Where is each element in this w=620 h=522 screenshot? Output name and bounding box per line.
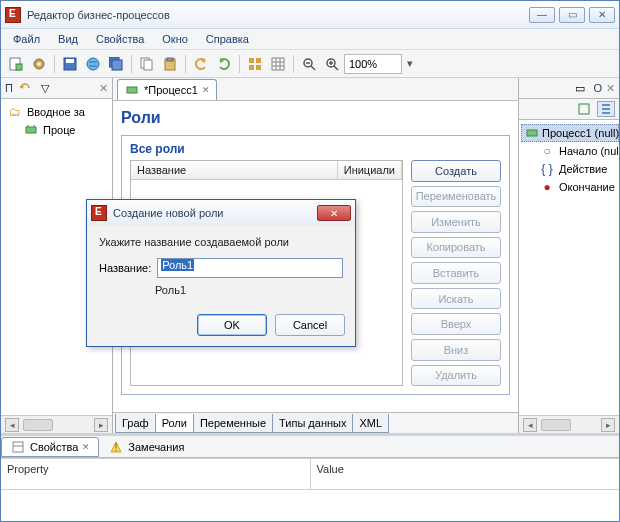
- outline-label: О: [593, 82, 602, 94]
- tab-graph[interactable]: Граф: [115, 414, 156, 433]
- panel-sync-icon[interactable]: [17, 80, 33, 96]
- outline-root-label: Процесс1 (null): [542, 127, 619, 139]
- role-name-input[interactable]: Роль1: [157, 258, 343, 278]
- outline-view1-icon[interactable]: [575, 101, 593, 117]
- menu-window[interactable]: Окно: [154, 31, 196, 47]
- tree-item-process[interactable]: Проце: [3, 121, 112, 139]
- bp-tab-close-icon[interactable]: ✕: [82, 442, 90, 452]
- scroll-thumb[interactable]: [23, 419, 53, 431]
- scroll-left-icon[interactable]: ◂: [523, 418, 537, 432]
- tab-roles[interactable]: Роли: [155, 414, 194, 433]
- h-scrollbar[interactable]: ◂ ▸: [1, 415, 112, 433]
- outline-panel: ▭ О ✕ Процесс1 (null) ○ Начало (nul { }: [519, 78, 619, 433]
- outline-item-end[interactable]: ● Окончание: [521, 178, 619, 196]
- outline-item-label: Начало (nul: [559, 145, 619, 157]
- tab-types[interactable]: Типы данных: [272, 414, 353, 433]
- dialog-close-button[interactable]: ✕: [317, 205, 351, 221]
- svg-rect-17: [272, 58, 284, 70]
- zoom-out-icon[interactable]: [298, 53, 320, 75]
- up-button[interactable]: Вверх: [411, 313, 501, 335]
- svg-rect-14: [256, 58, 261, 63]
- create-button[interactable]: Создать: [411, 160, 501, 182]
- menu-properties[interactable]: Свойства: [88, 31, 152, 47]
- redo-icon[interactable]: [213, 53, 235, 75]
- find-button[interactable]: Искать: [411, 288, 501, 310]
- outline-item-action[interactable]: { } Действие: [521, 160, 619, 178]
- menu-view[interactable]: Вид: [50, 31, 86, 47]
- col-initials[interactable]: Инициали: [338, 161, 402, 179]
- process-node-icon: [124, 82, 140, 98]
- copy-button[interactable]: Копировать: [411, 237, 501, 259]
- delete-button[interactable]: Удалить: [411, 365, 501, 387]
- scroll-right-icon[interactable]: ▸: [601, 418, 615, 432]
- bp-tab-problems[interactable]: ! Замечания: [99, 437, 193, 457]
- outline-thumb-icon[interactable]: ▭: [571, 80, 589, 96]
- down-button[interactable]: Вниз: [411, 339, 501, 361]
- paste-icon[interactable]: [159, 53, 181, 75]
- gear-icon[interactable]: [28, 53, 50, 75]
- svg-rect-8: [112, 60, 122, 70]
- globe-icon[interactable]: [82, 53, 104, 75]
- svg-rect-30: [527, 130, 537, 136]
- menu-file[interactable]: Файл: [5, 31, 48, 47]
- bp-tab-label: Свойства: [30, 441, 78, 453]
- undo-icon[interactable]: [190, 53, 212, 75]
- cancel-button[interactable]: Cancel: [275, 314, 345, 336]
- new-icon[interactable]: [5, 53, 27, 75]
- save-icon[interactable]: [59, 53, 81, 75]
- grid2-icon[interactable]: [267, 53, 289, 75]
- bottom-panel: Свойства ✕ ! Замечания Property Value: [1, 433, 619, 521]
- scroll-thumb[interactable]: [541, 419, 571, 431]
- view-close-x[interactable]: ✕: [99, 82, 108, 95]
- zoom-in-icon[interactable]: [321, 53, 343, 75]
- bp-tab-properties[interactable]: Свойства ✕: [1, 437, 99, 457]
- warning-icon: !: [108, 439, 124, 455]
- editor-bottom-tabs: Граф Роли Переменные Типы данных XML: [113, 412, 518, 433]
- save-all-icon[interactable]: [105, 53, 127, 75]
- action-node-icon: { }: [539, 161, 555, 177]
- tab-xml[interactable]: XML: [352, 414, 389, 433]
- tab-close-icon[interactable]: ✕: [202, 85, 210, 95]
- svg-rect-28: [127, 87, 137, 93]
- tab-variables[interactable]: Переменные: [193, 414, 273, 433]
- tree-root[interactable]: 🗂 Вводное за: [3, 103, 112, 121]
- svg-rect-25: [26, 127, 36, 133]
- col-name[interactable]: Название: [131, 161, 338, 179]
- window-title: Редактор бизнес-процессов: [27, 9, 529, 21]
- outline-root[interactable]: Процесс1 (null): [521, 124, 619, 142]
- zoom-dropdown-icon[interactable]: ▾: [403, 54, 417, 74]
- h-scrollbar[interactable]: ◂ ▸: [519, 415, 619, 433]
- grid-icon[interactable]: [244, 53, 266, 75]
- close-button[interactable]: ✕: [589, 7, 615, 23]
- section-title: Роли: [121, 109, 510, 127]
- menu-help[interactable]: Справка: [198, 31, 257, 47]
- prop-header-value[interactable]: Value: [311, 458, 620, 490]
- rename-button[interactable]: Переименовать: [411, 186, 501, 208]
- titlebar: Редактор бизнес-процессов — ▭ ✕: [1, 1, 619, 29]
- outline-close-x[interactable]: ✕: [606, 82, 615, 95]
- outline-tree[interactable]: Процесс1 (null) ○ Начало (nul { } Действ…: [519, 120, 619, 415]
- tab-process1[interactable]: *Процесс1 ✕: [117, 79, 217, 100]
- dialog-prompt: Укажите название создаваемой роли: [99, 236, 343, 248]
- outline-tree-icon[interactable]: [597, 101, 615, 117]
- scroll-right-icon[interactable]: ▸: [94, 418, 108, 432]
- prop-header-property[interactable]: Property: [1, 458, 311, 490]
- process-node-icon: [23, 122, 39, 138]
- minimize-button[interactable]: —: [529, 7, 555, 23]
- zoom-combo[interactable]: 100%: [344, 54, 402, 74]
- ok-button[interactable]: OK: [197, 314, 267, 336]
- outline-item-label: Действие: [559, 163, 607, 175]
- svg-rect-10: [144, 60, 152, 70]
- svg-line-22: [334, 66, 338, 70]
- scroll-left-icon[interactable]: ◂: [5, 418, 19, 432]
- maximize-button[interactable]: ▭: [559, 7, 585, 23]
- copy-icon[interactable]: [136, 53, 158, 75]
- svg-rect-1: [16, 64, 22, 70]
- dialog-titlebar: Создание новой роли ✕: [87, 200, 355, 226]
- svg-rect-15: [249, 65, 254, 70]
- outline-item-start[interactable]: ○ Начало (nul: [521, 142, 619, 160]
- process-node-icon: [526, 125, 538, 141]
- paste-button[interactable]: Вставить: [411, 262, 501, 284]
- collapse-icon[interactable]: ▽: [37, 80, 53, 96]
- edit-button[interactable]: Изменить: [411, 211, 501, 233]
